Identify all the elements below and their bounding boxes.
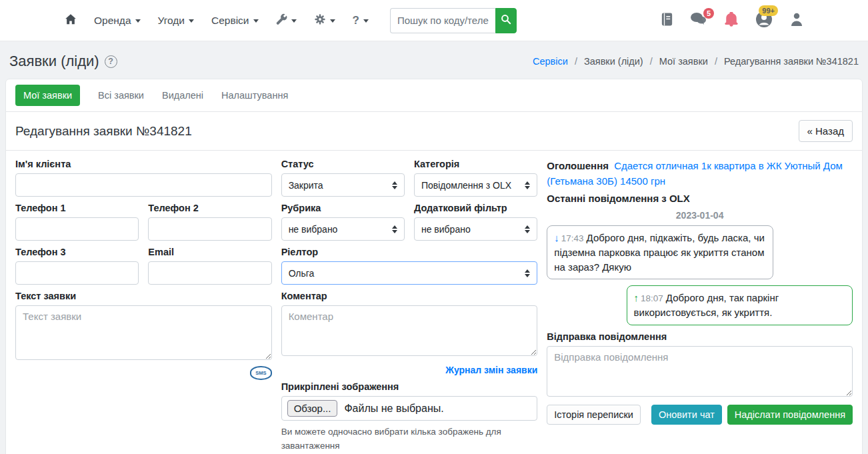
- breadcrumb-servisy-link[interactable]: Сервіси: [533, 56, 568, 67]
- select-arrows-icon: [392, 181, 397, 189]
- file-status-text: Файлы не выбраны.: [344, 403, 443, 415]
- top-navbar: Оренда Угоди Сервіси ?: [0, 0, 868, 41]
- menu-ugody-label: Угоди: [158, 15, 185, 27]
- sms-icon[interactable]: SMS: [250, 366, 271, 380]
- breadcrumb-level2: Мої заявки: [659, 56, 708, 67]
- outgoing-time: 18:07: [641, 293, 663, 303]
- breadcrumb-separator: /: [575, 56, 577, 67]
- home-icon: [65, 13, 77, 28]
- page-title-text: Заявки (ліди): [9, 53, 99, 70]
- chevron-down-icon: [330, 19, 335, 23]
- page-header: Заявки (ліди) ? Сервіси / Заявки (ліди) …: [0, 41, 868, 79]
- menu-servisy[interactable]: Сервіси: [211, 15, 259, 27]
- phone2-field[interactable]: [148, 217, 271, 241]
- chevron-down-icon: [291, 19, 297, 23]
- chevron-down-icon: [253, 19, 259, 23]
- menu-orenda[interactable]: Оренда: [94, 15, 141, 27]
- images-label: Прикріплені зображення: [281, 381, 538, 392]
- filter-select[interactable]: не вибрано: [414, 217, 537, 241]
- menu-settings[interactable]: [314, 13, 335, 28]
- wrench-icon: [276, 13, 287, 27]
- tabs-bar: Мої заявки Всі заявки Видалені Налаштува…: [6, 79, 862, 112]
- request-text-area[interactable]: [15, 305, 272, 360]
- email-label: Email: [148, 247, 271, 257]
- menu-tools[interactable]: [276, 13, 297, 27]
- search-input[interactable]: [390, 8, 495, 33]
- menu-servisy-label: Сервіси: [211, 15, 249, 27]
- send-message-button[interactable]: Надіслати повідомлення: [727, 405, 853, 425]
- status-select[interactable]: Закрита: [281, 173, 405, 197]
- select-arrows-icon: [525, 181, 530, 189]
- realtor-select[interactable]: Ольга: [281, 261, 538, 285]
- chevron-down-icon: [135, 19, 141, 23]
- category-label: Категорія: [414, 159, 537, 169]
- request-text-label: Текст заявки: [15, 291, 272, 301]
- notifications-button[interactable]: [725, 12, 738, 29]
- select-arrows-icon: [392, 225, 397, 233]
- page-title: Заявки (ліди) ?: [9, 53, 117, 70]
- changelog-link[interactable]: Журнал змін заявки: [445, 365, 537, 375]
- incoming-arrow-icon: ↓: [554, 232, 559, 243]
- client-name-label: Ім'я клієнта: [15, 159, 272, 169]
- breadcrumb: Сервіси / Заявки (ліди) / Мої заявки / Р…: [533, 56, 859, 67]
- file-upload-input[interactable]: Обзор... Файлы не выбраны.: [281, 396, 538, 421]
- status-value: Закрита: [289, 180, 323, 191]
- comment-label: Коментар: [281, 291, 538, 301]
- person-icon: [790, 12, 803, 29]
- journal-icon: [661, 13, 673, 28]
- filter-label: Додатковий фільтр: [414, 203, 537, 213]
- images-hint-line1: Ви можете одночасно вибрати кілька зобра…: [281, 427, 501, 451]
- tab-deleted[interactable]: Видалені: [162, 90, 203, 101]
- history-button[interactable]: Історія переписки: [547, 405, 641, 425]
- chat-date: 2023-01-04: [547, 210, 853, 221]
- rubric-value: не вибрано: [289, 224, 338, 235]
- client-name-field[interactable]: [15, 173, 272, 197]
- search-icon: [501, 14, 511, 27]
- main-card: Мої заявки Всі заявки Видалені Налаштува…: [5, 79, 863, 454]
- menu-help[interactable]: ?: [353, 14, 369, 27]
- incoming-text: Доброго дня, підкажіть, будь ласка, чи п…: [554, 232, 765, 273]
- incoming-time: 17:43: [561, 233, 584, 243]
- browse-button[interactable]: Обзор...: [287, 400, 338, 417]
- global-search: [390, 8, 517, 33]
- chat-button[interactable]: 5: [690, 12, 707, 29]
- olx-messages-header: Останні повідомлення з OLX: [547, 193, 853, 204]
- page-help-icon[interactable]: ?: [105, 55, 117, 68]
- send-message-area[interactable]: [547, 346, 853, 397]
- rubric-label: Рубрика: [281, 203, 405, 213]
- profile-button[interactable]: [790, 12, 803, 29]
- form-left-column: Ім'я клієнта Телефон 1 Телефон 2 Телефон…: [15, 159, 272, 454]
- outgoing-message: ↑18:07Доброго дня, так паркінг використо…: [627, 285, 853, 325]
- tasks-button[interactable]: 99+: [755, 11, 773, 30]
- category-select[interactable]: Повідомлення з OLX: [414, 173, 537, 197]
- incoming-message: ↓17:43Доброго дня, підкажіть, будь ласка…: [547, 225, 773, 279]
- tab-my-requests[interactable]: Мої заявки: [15, 85, 80, 106]
- tasks-count-badge: 99+: [759, 5, 778, 16]
- search-button[interactable]: [495, 8, 517, 33]
- breadcrumb-level1: Заявки (ліди): [584, 56, 643, 67]
- filter-value: не вибрано: [421, 224, 471, 235]
- tab-settings[interactable]: Налаштування: [221, 90, 288, 101]
- rubric-select[interactable]: не вибрано: [281, 217, 405, 241]
- phone1-field[interactable]: [15, 217, 139, 241]
- refresh-chat-button[interactable]: Оновити чат: [651, 405, 722, 425]
- email-field[interactable]: [148, 261, 271, 285]
- form-right-column: Оголошення Сдается отличная 1к квартира …: [547, 159, 853, 454]
- send-message-label: Відправка повідомлення: [547, 331, 853, 342]
- phone3-field[interactable]: [15, 261, 139, 285]
- breadcrumb-separator: /: [715, 56, 717, 67]
- help-question-label: ?: [353, 14, 359, 27]
- phone1-label: Телефон 1: [15, 203, 139, 213]
- category-value: Повідомлення з OLX: [421, 180, 511, 191]
- select-arrows-icon: [525, 269, 530, 277]
- menu-ugody[interactable]: Угоди: [158, 15, 194, 27]
- comment-area[interactable]: [281, 305, 538, 356]
- home-button[interactable]: [65, 13, 77, 28]
- journal-button[interactable]: [661, 13, 673, 28]
- tab-all-requests[interactable]: Всі заявки: [98, 90, 144, 101]
- breadcrumb-separator: /: [650, 56, 653, 67]
- images-hint: Ви можете одночасно вибрати кілька зобра…: [281, 425, 538, 454]
- back-button[interactable]: « Назад: [799, 120, 853, 142]
- panel-header: Редагування заявки №341821 « Назад: [6, 112, 862, 151]
- realtor-label: Ріелтор: [281, 247, 538, 257]
